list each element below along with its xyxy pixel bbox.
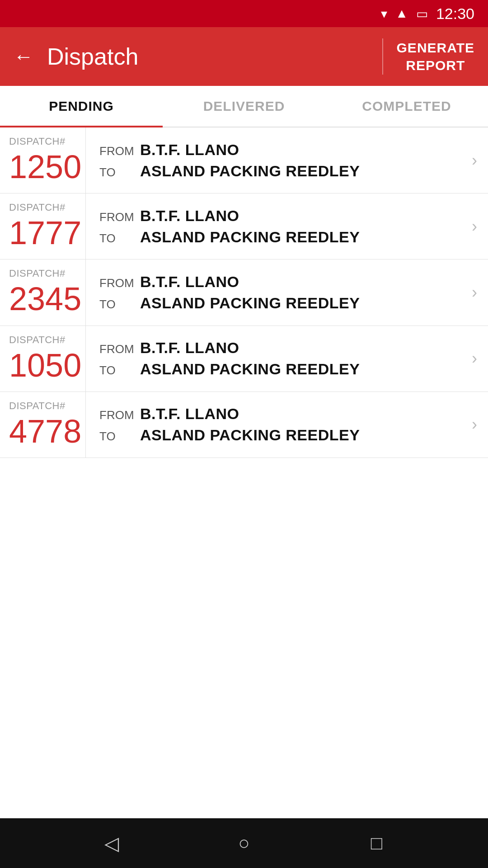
- dispatch-left-1: DISPATCH# 1777: [0, 193, 86, 259]
- app-bar-divider: [382, 38, 383, 75]
- bottom-nav: ◁ ○ □: [0, 818, 488, 868]
- generate-report-button[interactable]: GENERATEREPORT: [397, 39, 474, 74]
- to-label-3: TO: [99, 363, 131, 377]
- dispatch-right-1: FROM B.T.F. LLANO TO ASLAND PACKING REED…: [86, 193, 461, 259]
- dispatch-label-4: DISPATCH#: [9, 400, 76, 412]
- app-title: Dispatch: [47, 43, 382, 70]
- dispatch-number-3: 1050: [9, 348, 76, 383]
- from-value-2: B.T.F. LLANO: [140, 273, 239, 291]
- dispatch-number-4: 4778: [9, 414, 76, 449]
- signal-icon: ▲: [395, 6, 408, 21]
- to-value-2: ASLAND PACKING REEDLEY: [140, 294, 360, 312]
- from-label-3: FROM: [99, 342, 131, 356]
- wifi-icon: ▾: [381, 6, 387, 21]
- from-row-4: FROM B.T.F. LLANO: [99, 405, 447, 423]
- chevron-icon-3: ›: [461, 326, 488, 392]
- to-row-3: TO ASLAND PACKING REEDLEY: [99, 360, 447, 378]
- to-value-1: ASLAND PACKING REEDLEY: [140, 228, 360, 246]
- chevron-icon-4: ›: [461, 392, 488, 458]
- to-row-1: TO ASLAND PACKING REEDLEY: [99, 228, 447, 246]
- dispatch-label-1: DISPATCH#: [9, 202, 76, 213]
- from-row-3: FROM B.T.F. LLANO: [99, 339, 447, 357]
- to-label-2: TO: [99, 297, 131, 311]
- dispatch-left-0: DISPATCH# 1250: [0, 127, 86, 193]
- dispatch-number-1: 1777: [9, 215, 76, 251]
- dispatch-right-2: FROM B.T.F. LLANO TO ASLAND PACKING REED…: [86, 259, 461, 325]
- from-row-0: FROM B.T.F. LLANO: [99, 141, 447, 159]
- from-label-4: FROM: [99, 408, 131, 422]
- dispatch-item[interactable]: DISPATCH# 4778 FROM B.T.F. LLANO TO ASLA…: [0, 392, 488, 458]
- dispatch-label-0: DISPATCH#: [9, 136, 76, 147]
- dispatch-right-0: FROM B.T.F. LLANO TO ASLAND PACKING REED…: [86, 127, 461, 193]
- to-value-4: ASLAND PACKING REEDLEY: [140, 426, 360, 444]
- from-row-1: FROM B.T.F. LLANO: [99, 207, 447, 225]
- dispatch-item[interactable]: DISPATCH# 1250 FROM B.T.F. LLANO TO ASLA…: [0, 127, 488, 193]
- from-value-4: B.T.F. LLANO: [140, 405, 239, 423]
- dispatch-left-2: DISPATCH# 2345: [0, 259, 86, 325]
- dispatch-left-4: DISPATCH# 4778: [0, 392, 86, 458]
- from-label-2: FROM: [99, 276, 131, 290]
- chevron-icon-2: ›: [461, 259, 488, 325]
- dispatch-label-2: DISPATCH#: [9, 268, 76, 279]
- to-row-4: TO ASLAND PACKING REEDLEY: [99, 426, 447, 444]
- tab-pending[interactable]: PENDING: [0, 86, 163, 127]
- dispatch-list: DISPATCH# 1250 FROM B.T.F. LLANO TO ASLA…: [0, 127, 488, 818]
- from-label-1: FROM: [99, 210, 131, 224]
- dispatch-item[interactable]: DISPATCH# 1050 FROM B.T.F. LLANO TO ASLA…: [0, 326, 488, 392]
- to-row-2: TO ASLAND PACKING REEDLEY: [99, 294, 447, 312]
- app-bar: ← Dispatch GENERATEREPORT: [0, 27, 488, 86]
- tab-completed[interactable]: COMPLETED: [325, 86, 488, 127]
- to-value-3: ASLAND PACKING REEDLEY: [140, 360, 360, 378]
- back-button[interactable]: ←: [14, 45, 33, 68]
- to-row-0: TO ASLAND PACKING REEDLEY: [99, 162, 447, 180]
- from-value-1: B.T.F. LLANO: [140, 207, 239, 225]
- status-bar: ▾ ▲ ▭ 12:30: [0, 0, 488, 27]
- dispatch-label-3: DISPATCH#: [9, 334, 76, 346]
- to-value-0: ASLAND PACKING REEDLEY: [140, 162, 360, 180]
- dispatch-left-3: DISPATCH# 1050: [0, 326, 86, 392]
- dispatch-item[interactable]: DISPATCH# 2345 FROM B.T.F. LLANO TO ASLA…: [0, 259, 488, 326]
- battery-icon: ▭: [416, 6, 428, 21]
- to-label-0: TO: [99, 165, 131, 179]
- dispatch-item[interactable]: DISPATCH# 1777 FROM B.T.F. LLANO TO ASLA…: [0, 193, 488, 259]
- nav-home-button[interactable]: ○: [226, 825, 262, 861]
- dispatch-number-0: 1250: [9, 149, 76, 185]
- tab-delivered[interactable]: DELIVERED: [163, 86, 325, 127]
- status-time: 12:30: [436, 5, 474, 23]
- to-label-1: TO: [99, 231, 131, 245]
- dispatch-right-3: FROM B.T.F. LLANO TO ASLAND PACKING REED…: [86, 326, 461, 392]
- chevron-icon-0: ›: [461, 127, 488, 193]
- nav-recent-button[interactable]: □: [358, 825, 394, 861]
- from-value-3: B.T.F. LLANO: [140, 339, 239, 357]
- to-label-4: TO: [99, 429, 131, 443]
- from-label-0: FROM: [99, 144, 131, 158]
- from-row-2: FROM B.T.F. LLANO: [99, 273, 447, 291]
- nav-back-button[interactable]: ◁: [94, 825, 130, 861]
- dispatch-number-2: 2345: [9, 281, 76, 317]
- from-value-0: B.T.F. LLANO: [140, 141, 239, 159]
- chevron-icon-1: ›: [461, 193, 488, 259]
- dispatch-right-4: FROM B.T.F. LLANO TO ASLAND PACKING REED…: [86, 392, 461, 458]
- tab-bar: PENDING DELIVERED COMPLETED: [0, 86, 488, 127]
